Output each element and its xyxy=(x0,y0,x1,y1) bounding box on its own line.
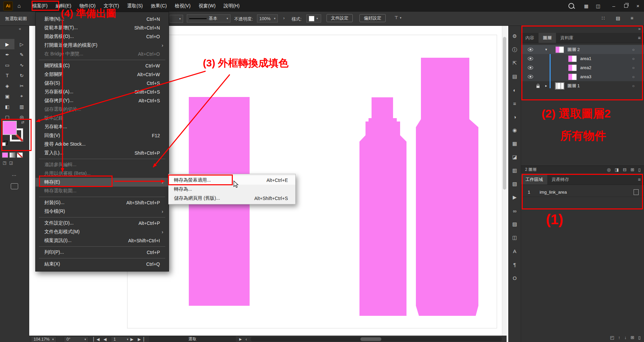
type-tool[interactable]: T xyxy=(0,70,14,81)
layer-row[interactable]: ▸ 圖層 1 ○ xyxy=(521,81,644,90)
menubar-item[interactable]: 檢視(V) xyxy=(171,0,195,12)
expand-icon[interactable]: ▸ xyxy=(545,84,553,88)
panel-menu-icon[interactable]: ≡ xyxy=(638,175,641,185)
menu-item[interactable] xyxy=(39,197,165,197)
menu-item[interactable] xyxy=(39,60,165,60)
menu-item[interactable] xyxy=(39,246,165,247)
asset-export-icon[interactable]: ▨ xyxy=(508,217,521,231)
horizontal-scrollbar[interactable] xyxy=(251,337,502,341)
layer-name[interactable]: 圖層 2 xyxy=(567,47,580,53)
panel-menu-icon[interactable]: ≡ xyxy=(638,33,641,43)
opentype-icon[interactable]: O xyxy=(508,271,521,285)
align-dropdown[interactable]: ⊤▾ xyxy=(394,15,401,20)
rectangle-tool[interactable]: ▭ xyxy=(0,60,14,70)
new-layer-icon[interactable]: ⊞ xyxy=(631,167,634,172)
shape-builder-tool[interactable]: ▣ xyxy=(0,91,14,101)
lock-icon[interactable] xyxy=(536,86,540,88)
document-setup-button[interactable]: 文件設定 xyxy=(327,14,353,22)
grid-icon[interactable]: ∷ xyxy=(602,15,605,21)
menu-item[interactable]: 另存新檔(A)... Shift+Ctrl+S xyxy=(36,88,169,96)
menu-item[interactable]: 開啟舊檔(O)... Ctrl+O xyxy=(36,32,169,41)
menu-item[interactable]: 轉存(E) › xyxy=(36,178,169,187)
object-name[interactable]: area1 xyxy=(580,56,591,61)
menu-item[interactable]: 儲存選取的切片... xyxy=(36,105,169,114)
target-icon[interactable]: ○ xyxy=(632,56,635,61)
fill-color-indicator[interactable] xyxy=(3,121,17,135)
object-thumbnail[interactable] xyxy=(568,64,577,71)
home-icon[interactable]: ⌂ xyxy=(17,3,21,9)
export-icon[interactable]: ⇱ xyxy=(508,56,521,70)
visibility-icon[interactable] xyxy=(528,57,533,60)
scissors-tool[interactable]: ✂ xyxy=(14,81,29,91)
character-icon[interactable]: A xyxy=(508,244,521,258)
menubar-item[interactable]: 編輯(E) xyxy=(52,0,76,12)
artboards-icon[interactable]: ◫ xyxy=(508,231,521,244)
layer-thumbnail[interactable] xyxy=(555,83,564,89)
pencil-tool[interactable]: ✎ xyxy=(14,49,29,60)
last-artboard-button[interactable]: ▶▕ xyxy=(138,336,144,342)
menu-item[interactable]: 新增(N)... Ctrl+N xyxy=(36,15,169,23)
visibility-icon[interactable] xyxy=(528,75,533,79)
graphic-styles-icon[interactable]: ▦ xyxy=(508,137,521,150)
workspace-icon[interactable]: ▦ xyxy=(584,3,589,9)
menubar-item[interactable]: 檔案(F) xyxy=(28,0,52,12)
vertical-scrollbar-thumb[interactable] xyxy=(503,37,506,190)
menu-item[interactable]: 搜尋 Adobe Stock... xyxy=(36,140,169,149)
brush-dropdown[interactable]: 基本 ▾ xyxy=(187,14,230,22)
horizontal-scrollbar-thumb[interactable] xyxy=(360,337,381,341)
menubar-item[interactable]: 文字(T) xyxy=(99,0,123,12)
delete-artboard-icon[interactable]: ▯ xyxy=(638,335,641,340)
color-icon[interactable]: ▤ xyxy=(508,70,521,83)
object-name[interactable]: area3 xyxy=(580,74,591,79)
ruler-icon[interactable]: ▤ xyxy=(616,15,620,21)
stroke-icon[interactable]: ≡ xyxy=(508,97,521,110)
menu-item[interactable]: 儲存(S) Ctrl+S xyxy=(36,79,169,88)
close-button[interactable]: × xyxy=(632,0,644,12)
new-artboard-icon[interactable]: ⊞ xyxy=(631,335,634,340)
menu-item[interactable]: 封裝(G)... Alt+Shift+Ctrl+P xyxy=(36,198,169,207)
artboard-name[interactable]: img_link_area xyxy=(540,190,567,195)
tab-layers[interactable]: 圖層 xyxy=(539,33,556,43)
actions-icon[interactable]: ▶ xyxy=(508,191,521,204)
vertical-scrollbar[interactable] xyxy=(502,26,507,336)
pen-tool[interactable]: ✒ xyxy=(0,49,14,60)
menu-item[interactable]: 關閉檔案(C) Ctrl+W xyxy=(36,61,169,70)
layer-row[interactable]: area1 ○ xyxy=(521,54,644,63)
properties-icon[interactable]: ⚙ xyxy=(508,30,521,43)
artboard-page-icon[interactable] xyxy=(634,189,639,195)
object-name[interactable]: area2 xyxy=(580,65,591,70)
layer-row[interactable]: area3 ○ xyxy=(521,72,644,81)
appearance-icon[interactable]: ◉ xyxy=(508,124,521,137)
swap-fill-stroke-icon[interactable]: ⇄ xyxy=(21,120,24,125)
menu-item[interactable]: 版本記錄 xyxy=(36,114,169,123)
target-icon[interactable]: ○ xyxy=(632,84,635,88)
none-button[interactable] xyxy=(17,152,23,158)
visibility-icon[interactable] xyxy=(528,48,533,51)
paintbrush-tool[interactable]: ∿ xyxy=(14,60,29,70)
locate-object-icon[interactable]: ◎ xyxy=(607,167,610,172)
preferences-button[interactable]: 偏好設定 xyxy=(359,14,386,22)
submenu-item[interactable]: 轉存為螢幕適用... Alt+Ctrl+E xyxy=(169,176,295,185)
menubar-item[interactable]: 效果(C) xyxy=(147,0,171,12)
restore-button[interactable] xyxy=(620,0,632,12)
symbol-tool[interactable]: ◧ xyxy=(0,101,14,112)
arrange-documents-icon[interactable]: ◫ xyxy=(596,3,600,9)
submenu-item[interactable]: 儲存為網頁用 (舊版)... Alt+Shift+Ctrl+S xyxy=(169,194,295,203)
gradient-icon[interactable]: ◐ xyxy=(508,83,521,97)
zoom-dropdown[interactable]: 104.17%▾ xyxy=(31,336,56,342)
menu-item[interactable]: 指令檔(R) › xyxy=(36,207,169,216)
tab-asset-export[interactable]: 資產轉存 xyxy=(547,175,573,185)
new-sublayer-icon[interactable]: ⊟ xyxy=(623,167,627,172)
eyedropper-tool[interactable]: ⌖ xyxy=(14,91,29,101)
pink-bottle-shape-small[interactable] xyxy=(359,97,406,316)
clipping-mask-icon[interactable]: ◨ xyxy=(615,167,619,172)
visibility-icon[interactable] xyxy=(528,66,533,69)
menu-item[interactable]: 列印(P)... Ctrl+P xyxy=(36,248,169,257)
edit-toolbar-icon[interactable]: ⋯ xyxy=(0,173,29,178)
menu-item[interactable]: 在 Bridge 中瀏覽... Alt+Ctrl+O xyxy=(36,50,169,58)
menu-item[interactable] xyxy=(39,217,165,217)
menu-item[interactable]: 檔案資訊(I)... Alt+Shift+Ctrl+I xyxy=(36,236,169,245)
menu-item[interactable]: 結束(X) Ctrl+Q xyxy=(36,260,169,268)
shape-mode-icon[interactable]: ◳ xyxy=(3,160,6,165)
stroke-weight-dropdown[interactable]: ▾ xyxy=(170,15,183,23)
